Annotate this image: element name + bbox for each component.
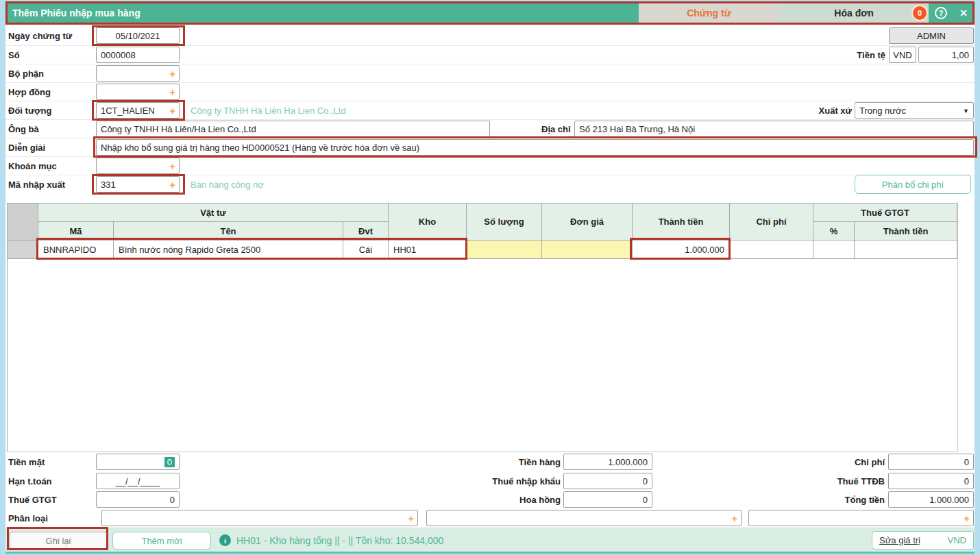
footer-bar: Ghi lại Thêm mới i HH01 - Kho hàng tổng … [5,528,975,552]
phan-loai-input-3[interactable]: + [748,510,974,526]
info-icon: i [219,534,231,546]
tong-tien-input[interactable]: 1.000.000 [888,491,974,508]
help-icon[interactable]: ? [935,7,947,19]
add-icon[interactable]: + [169,160,175,172]
xuat-xu-label: Xuất xứ [797,102,852,119]
col-header-don-gia: Đơn giá [542,204,633,241]
thue-ttdb-input[interactable]: 0 [888,473,974,489]
stock-status-text: HH01 - Kho hàng tổng || - || Tồn kho: 10… [236,528,443,552]
col-header-so-luong: Số lượng [467,204,542,241]
cell-thue-pct[interactable] [813,241,855,259]
add-icon[interactable]: + [964,513,970,524]
add-icon[interactable]: + [731,513,737,524]
cell-ma[interactable]: BNNRAPIDO [38,241,114,259]
cell-thue-thanh-tien[interactable] [855,241,957,259]
ngay-chung-tu-input[interactable]: 05/10/2021 [96,27,180,44]
hop-dong-input[interactable]: + [96,84,180,100]
row-selector[interactable] [8,241,38,259]
thue-nhap-khau-input[interactable]: 0 [563,473,652,489]
tien-mat-input[interactable]: 0 [96,454,180,470]
dia-chi-label: Địa chỉ [541,121,571,137]
row-separator [5,64,975,64]
row-separator [5,175,975,175]
bo-phan-label: Bộ phận [8,65,44,82]
add-icon[interactable]: + [169,179,175,190]
thue-gtgt-input[interactable]: 0 [96,491,180,508]
cell-chi-phi[interactable] [730,241,813,259]
col-header-thue-thanh-tien: Thành tiền [855,222,957,241]
ma-nhap-xuat-name-text: Bán hàng công nợ [191,176,264,193]
khoan-muc-label: Khoản mục [8,158,57,174]
chi-phi-input[interactable]: 0 [888,454,974,470]
col-header-ten: Tên [114,222,343,241]
add-icon[interactable]: + [169,86,175,98]
dialog-title: Thêm Phiếu nhập mua hàng [12,1,140,25]
thue-nhap-khau-label: Thuế nhập khẩu [458,473,561,489]
row-separator [5,119,975,120]
so-input[interactable]: 0000008 [96,47,180,63]
save-button[interactable]: Ghi lại [10,532,107,550]
phan-loai-input-2[interactable]: + [426,510,742,526]
tien-hang-label: Tiền hàng [485,454,561,470]
add-icon[interactable]: + [408,513,414,524]
hop-dong-label: Hợp đồng [8,84,51,100]
doi-tuong-input[interactable]: 1CT_HALIEN + [96,102,180,119]
screen: Thêm Phiếu nhập mua hàng Chứng từ Hóa đơ… [0,0,980,555]
ma-nhap-xuat-label: Mã nhập xuất [8,176,65,193]
notification-badge: 0 [911,5,928,21]
xuat-xu-dropdown[interactable]: Trong nước ▼ [855,102,974,119]
phan-loai-input-1[interactable]: + [101,510,418,526]
chevron-down-icon: ▼ [963,108,969,114]
cell-ten[interactable]: Bình nước nóng Rapido Greta 2500 [114,241,343,259]
bo-phan-input[interactable]: + [96,65,180,82]
hoa-hong-label: Hoa hồng [485,491,561,508]
chi-phi-label: Chi phí [814,454,885,470]
tab-chung-tu[interactable]: Chứng từ [639,1,779,25]
dia-chi-input[interactable]: Số 213 Hai Bà Trưng, Hà Nội [574,121,974,137]
tien-mat-selected-value: 0 [164,457,175,467]
tab-hoa-don[interactable]: Hóa đơn [779,1,929,25]
dien-giai-input[interactable]: Nhập kho bổ sung giá trị hàng theo HD000… [96,139,974,156]
cell-so-luong[interactable] [467,241,542,259]
ma-nhap-xuat-input[interactable]: 331 + [96,176,180,193]
col-header-vat-tu: Vật tư [38,204,389,222]
user-display: ADMIN [889,27,974,44]
col-header-thanh-tien: Thành tiền [633,204,730,241]
cell-dvt[interactable]: Cái [343,241,389,259]
phan-bo-chi-phi-button[interactable]: Phân bổ chi phí [855,175,971,194]
row-separator [5,101,975,101]
col-header-thue-gtgt: Thuế GTGT [813,204,957,222]
doi-tuong-label: Đối tượng [8,102,51,119]
cell-kho[interactable]: HH01 [389,241,467,259]
grid-corner-cell [8,204,38,241]
add-icon[interactable]: + [169,105,175,116]
col-header-chi-phi: Chi phí [730,204,813,241]
window-bottom-edge [5,552,975,554]
xuat-xu-value: Trong nước [859,106,906,116]
new-button[interactable]: Thêm mới [112,532,211,550]
hoa-hong-input[interactable]: 0 [563,491,652,508]
tien-hang-input[interactable]: 1.000.000 [563,454,652,470]
cell-thanh-tien[interactable]: 1.000.000 [633,241,730,259]
purchase-receipt-dialog: Thêm Phiếu nhập mua hàng Chứng từ Hóa đơ… [5,1,975,552]
thue-ttdb-label: Thuế TTĐB [814,473,885,489]
ngay-chung-tu-label: Ngày chứng từ [8,27,72,44]
khoan-muc-input[interactable]: + [96,158,180,174]
col-header-ma: Mã [38,222,114,241]
so-label: Số [8,47,20,63]
doi-tuong-name-text: Công ty TNHH Hà Liên Ha Lien Co.,Ltd [191,102,346,119]
add-icon[interactable]: + [169,68,175,79]
currency-code-field[interactable]: VND [889,47,916,63]
dialog-titlebar: Thêm Phiếu nhập mua hàng Chứng từ Hóa đơ… [5,1,975,25]
edit-value-link[interactable]: Sửa giá trị [879,535,920,545]
doi-tuong-value: 1CT_HALIEN [101,106,155,116]
cell-don-gia[interactable] [542,241,633,259]
dien-giai-label: Diễn giải [8,139,45,156]
ong-ba-label: Ông bà [8,121,39,137]
footer-currency-label: VND [948,535,966,545]
ong-ba-input[interactable]: Công ty TNHH Hà Liên/Ha Lien Co.,Ltd [96,121,490,137]
exchange-rate-field[interactable]: 1,00 [918,47,974,63]
ma-nhap-xuat-value: 331 [101,180,116,190]
han-ttoan-input[interactable]: __/__/____ [96,473,180,489]
close-icon[interactable]: ✕ [957,6,970,20]
